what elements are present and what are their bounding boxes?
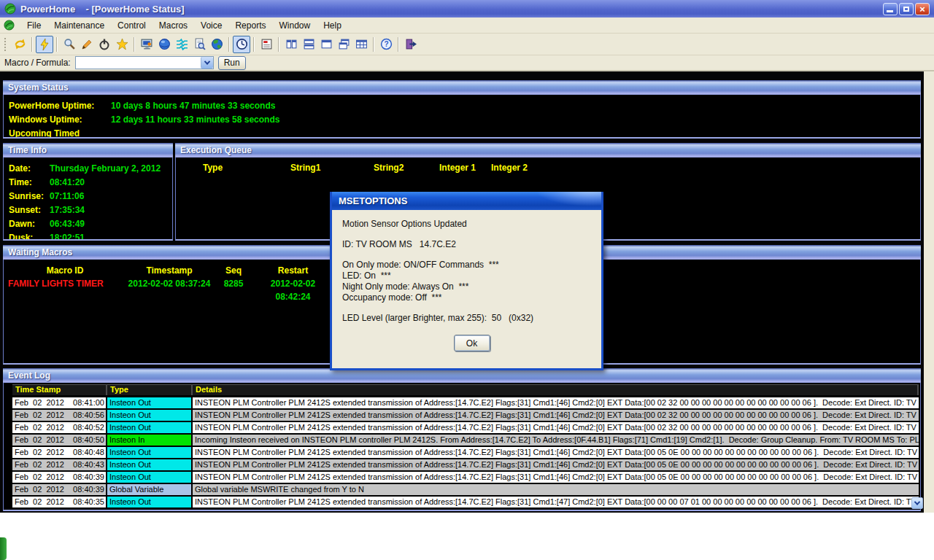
run-macro-lightning-icon[interactable] bbox=[36, 36, 53, 53]
dialog-title: MSETOPTIONS bbox=[339, 195, 407, 206]
status-value: 12 days 11 hours 33 minutes 58 seconds bbox=[111, 113, 279, 127]
log-viewer-icon[interactable] bbox=[190, 36, 208, 53]
macro-formula-combobox[interactable] bbox=[75, 56, 214, 69]
restore-button[interactable] bbox=[899, 3, 914, 15]
waiting-macros-columns: Macro ID Timestamp Seq Restart bbox=[4, 260, 331, 277]
toolbar-grip[interactable] bbox=[4, 37, 7, 52]
toolbar-separator bbox=[228, 37, 230, 52]
window-right-margin bbox=[924, 71, 934, 513]
dialog-title-bar[interactable]: MSETOPTIONS bbox=[332, 192, 601, 210]
table-row[interactable]: Feb 02 2012 08:40:48Insteon OutINSTEON P… bbox=[12, 446, 919, 458]
web-globe-icon[interactable] bbox=[208, 36, 225, 53]
window-icon[interactable] bbox=[317, 36, 335, 53]
help-icon[interactable]: ? bbox=[377, 36, 395, 53]
toolbar-separator bbox=[398, 37, 399, 52]
edit-pencil-icon[interactable] bbox=[78, 36, 96, 53]
toolbar-separator bbox=[373, 37, 374, 52]
table-row[interactable]: Feb 02 2012 08:40:43Insteon OutINSTEON P… bbox=[12, 458, 919, 470]
panel-title: System Status bbox=[8, 82, 69, 93]
event-log-rows: Feb 02 2012 08:41:00Insteon OutINSTEON P… bbox=[12, 396, 919, 508]
status-value: 10 days 8 hours 47 minutes 33 seconds bbox=[111, 99, 275, 113]
dialog-option-line: LED: On *** bbox=[342, 271, 601, 281]
menu-reports[interactable]: Reports bbox=[228, 19, 272, 32]
menu-help[interactable]: Help bbox=[317, 19, 348, 32]
tile-vertical-icon[interactable] bbox=[282, 36, 300, 53]
minimize-icon bbox=[887, 10, 893, 12]
timed-events-clock-icon[interactable] bbox=[233, 36, 250, 53]
cascade-icon[interactable] bbox=[335, 36, 352, 53]
toolbar-separator bbox=[278, 37, 279, 52]
monitor-icon[interactable] bbox=[138, 36, 155, 53]
dialog-body: Motion Sensor Options Updated ID: TV ROO… bbox=[332, 210, 601, 351]
waiting-macros-header[interactable]: Waiting Macros bbox=[3, 245, 332, 260]
time-row: Date:Thursday February 2, 2012 bbox=[4, 162, 172, 176]
refresh-icon[interactable] bbox=[11, 36, 28, 53]
waiting-macro-row[interactable]: FAMILY LIGHTS TIMER 2012-02-02 08:37:24 … bbox=[4, 277, 331, 303]
macro-restart: 2012-02-02 08:42:24 bbox=[255, 277, 331, 303]
table-row[interactable]: Feb 02 2012 08:40:35Insteon OutINSTEON P… bbox=[12, 495, 919, 508]
panel-title: Event Log bbox=[8, 370, 50, 381]
menu-voice[interactable]: Voice bbox=[194, 19, 228, 32]
column-header-type[interactable]: Type bbox=[107, 384, 193, 395]
status-label: Windows Uptime: bbox=[9, 113, 111, 127]
menu-file[interactable]: File bbox=[20, 19, 47, 32]
controls-equalizer-icon[interactable] bbox=[173, 36, 190, 53]
table-row[interactable]: Feb 02 2012 08:41:00Insteon OutINSTEON P… bbox=[12, 396, 919, 408]
menu-macros[interactable]: Macros bbox=[153, 19, 194, 32]
app-logo-icon bbox=[4, 3, 16, 15]
window-controls: × bbox=[883, 3, 930, 15]
desktop-icon-sliver bbox=[0, 537, 7, 560]
close-button[interactable]: × bbox=[915, 3, 930, 15]
svg-text:?: ? bbox=[384, 40, 388, 48]
table-row[interactable]: Feb 02 2012 08:40:39Global VariableGloba… bbox=[12, 483, 919, 495]
dialog-id-line: ID: TV ROOM MS 14.7C.E2 bbox=[342, 239, 601, 250]
table-row[interactable]: Feb 02 2012 08:40:39Insteon OutINSTEON P… bbox=[12, 470, 919, 483]
home-sphere-icon[interactable] bbox=[155, 36, 173, 53]
panel-title: Waiting Macros bbox=[8, 247, 72, 257]
menu-maintenance[interactable]: Maintenance bbox=[47, 19, 111, 32]
status-label: Upcoming Timed Events: bbox=[9, 127, 111, 139]
menu-window[interactable]: Window bbox=[272, 19, 317, 32]
search-icon[interactable] bbox=[61, 36, 78, 53]
menu-control[interactable]: Control bbox=[111, 19, 153, 32]
table-row[interactable]: Feb 02 2012 08:40:56Insteon OutINSTEON P… bbox=[12, 408, 919, 421]
powerhome-window: PowerHome - [PowerHome Status] × File Ma… bbox=[0, 0, 934, 513]
run-button[interactable]: Run bbox=[218, 56, 246, 70]
time-info-panel: Time Info Date:Thursday February 2, 2012… bbox=[3, 143, 173, 241]
column-header-string2: String2 bbox=[374, 163, 404, 173]
status-row: Windows Uptime:12 days 11 hours 33 minut… bbox=[4, 113, 920, 127]
table-row[interactable]: Feb 02 2012 08:40:52Insteon OutINSTEON P… bbox=[12, 421, 919, 433]
chevron-down-icon bbox=[914, 499, 920, 505]
macro-id: FAMILY LIGHTS TIMER bbox=[4, 277, 126, 303]
panel-title: Time Info bbox=[8, 145, 47, 155]
time-info-header[interactable]: Time Info bbox=[3, 143, 173, 158]
power-icon[interactable] bbox=[96, 36, 113, 53]
time-row: Sunset:17:35:34 bbox=[4, 203, 172, 217]
tile-horizontal-icon[interactable] bbox=[300, 36, 317, 53]
toolbar-separator bbox=[253, 37, 255, 52]
time-row: Dusk:18:02:51 bbox=[4, 231, 172, 241]
system-status-header[interactable]: System Status bbox=[3, 80, 921, 95]
combobox-dropdown-button[interactable] bbox=[201, 57, 213, 69]
dialog-option-line: Occupancy mode: Off *** bbox=[342, 292, 601, 303]
ok-button[interactable]: Ok bbox=[454, 335, 490, 351]
column-header-details[interactable]: Details bbox=[193, 384, 919, 395]
dialog-option-line: Night Only mode: Always On *** bbox=[342, 281, 601, 292]
toolbar: ? bbox=[0, 34, 934, 55]
column-header-timestamp: Timestamp bbox=[126, 264, 212, 277]
scroll-down-button[interactable] bbox=[911, 497, 923, 509]
table-row[interactable]: Feb 02 2012 08:40:50Insteon InIncoming I… bbox=[12, 433, 919, 446]
title-bar[interactable]: PowerHome - [PowerHome Status] × bbox=[0, 0, 934, 18]
minimize-button[interactable] bbox=[883, 3, 898, 15]
event-log-header[interactable]: Event Log bbox=[3, 368, 921, 383]
favorites-star-icon[interactable] bbox=[113, 36, 131, 53]
exit-icon[interactable] bbox=[402, 36, 420, 53]
execution-queue-header[interactable]: Execution Queue bbox=[175, 143, 921, 158]
toolbar-separator bbox=[56, 37, 58, 52]
reports-icon[interactable] bbox=[258, 36, 275, 53]
window-title: PowerHome - [PowerHome Status] bbox=[20, 4, 185, 15]
column-header-time-stamp[interactable]: Time Stamp bbox=[12, 384, 107, 395]
panel-title: Execution Queue bbox=[180, 145, 252, 155]
event-log-body: Time Stamp Type Details Feb 02 2012 08:4… bbox=[3, 383, 921, 511]
arrange-grid-icon[interactable] bbox=[352, 36, 370, 53]
